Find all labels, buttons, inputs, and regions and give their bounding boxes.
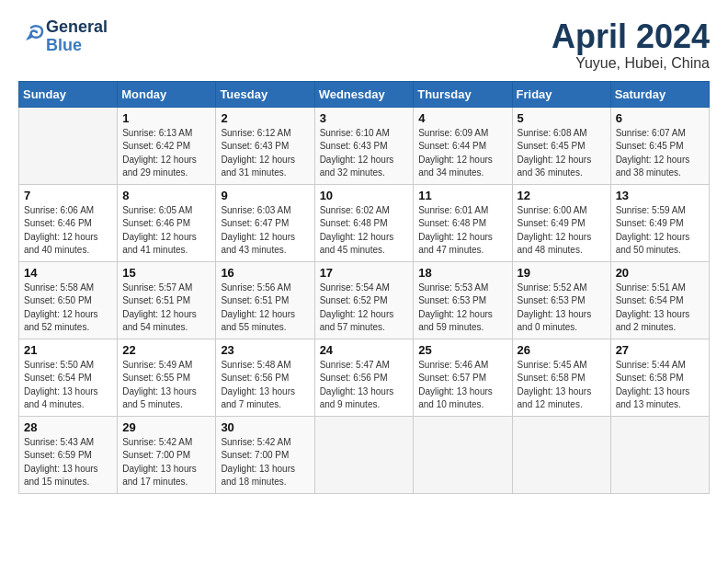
weekday-header-wednesday: Wednesday	[314, 81, 414, 107]
calendar-cell: 13Sunrise: 5:59 AM Sunset: 6:49 PM Dayli…	[610, 184, 709, 261]
calendar-week-row: 7Sunrise: 6:06 AM Sunset: 6:46 PM Daylig…	[19, 184, 710, 261]
calendar-cell: 22Sunrise: 5:49 AM Sunset: 6:55 PM Dayli…	[118, 339, 216, 416]
day-number: 9	[221, 189, 309, 202]
cell-content: Sunrise: 6:01 AM Sunset: 6:48 PM Dayligh…	[418, 204, 506, 258]
calendar-cell: 30Sunrise: 5:42 AM Sunset: 7:00 PM Dayli…	[216, 416, 314, 493]
calendar-cell: 26Sunrise: 5:45 AM Sunset: 6:58 PM Dayli…	[512, 339, 610, 416]
cell-content: Sunrise: 6:05 AM Sunset: 6:46 PM Dayligh…	[122, 204, 210, 258]
calendar-cell: 24Sunrise: 5:47 AM Sunset: 6:56 PM Dayli…	[314, 339, 414, 416]
day-number: 13	[616, 189, 704, 202]
weekday-header-monday: Monday	[118, 81, 216, 107]
day-number: 17	[320, 266, 409, 280]
calendar-cell: 4Sunrise: 6:09 AM Sunset: 6:44 PM Daylig…	[414, 107, 512, 184]
day-number: 19	[518, 266, 606, 280]
day-number: 22	[122, 343, 210, 357]
logo-line1: General	[46, 18, 108, 37]
calendar-cell: 5Sunrise: 6:08 AM Sunset: 6:45 PM Daylig…	[512, 107, 610, 184]
calendar-cell: 3Sunrise: 6:10 AM Sunset: 6:43 PM Daylig…	[314, 107, 414, 184]
day-number: 29	[122, 420, 210, 434]
calendar-cell: 29Sunrise: 5:42 AM Sunset: 7:00 PM Dayli…	[118, 416, 216, 493]
day-number: 23	[221, 343, 309, 357]
calendar-cell: 12Sunrise: 6:00 AM Sunset: 6:49 PM Dayli…	[512, 184, 610, 261]
day-number: 1	[122, 111, 210, 125]
calendar-cell: 27Sunrise: 5:44 AM Sunset: 6:58 PM Dayli…	[610, 339, 709, 416]
calendar-cell: 17Sunrise: 5:54 AM Sunset: 6:52 PM Dayli…	[314, 261, 414, 339]
cell-content: Sunrise: 6:00 AM Sunset: 6:49 PM Dayligh…	[518, 204, 606, 258]
cell-content: Sunrise: 6:09 AM Sunset: 6:44 PM Dayligh…	[418, 127, 506, 180]
cell-content: Sunrise: 6:12 AM Sunset: 6:43 PM Dayligh…	[221, 127, 309, 180]
page-header: General Blue April 2024 Yuyue, Hubei, Ch…	[18, 18, 710, 72]
weekday-header-row: SundayMondayTuesdayWednesdayThursdayFrid…	[19, 81, 710, 107]
month-year: April 2024	[552, 18, 710, 55]
day-number: 3	[320, 111, 409, 125]
calendar-cell: 15Sunrise: 5:57 AM Sunset: 6:51 PM Dayli…	[118, 261, 216, 339]
calendar-cell: 11Sunrise: 6:01 AM Sunset: 6:48 PM Dayli…	[414, 184, 512, 261]
cell-content: Sunrise: 6:10 AM Sunset: 6:43 PM Dayligh…	[320, 127, 409, 180]
calendar-cell: 8Sunrise: 6:05 AM Sunset: 6:46 PM Daylig…	[118, 184, 216, 261]
day-number: 14	[24, 266, 112, 280]
calendar-cell: 16Sunrise: 5:56 AM Sunset: 6:51 PM Dayli…	[216, 261, 314, 339]
cell-content: Sunrise: 5:50 AM Sunset: 6:54 PM Dayligh…	[24, 359, 112, 412]
calendar-cell	[610, 416, 709, 493]
cell-content: Sunrise: 6:02 AM Sunset: 6:48 PM Dayligh…	[320, 204, 409, 258]
calendar-cell: 9Sunrise: 6:03 AM Sunset: 6:47 PM Daylig…	[216, 184, 314, 261]
day-number: 28	[24, 420, 112, 434]
cell-content: Sunrise: 5:57 AM Sunset: 6:51 PM Dayligh…	[122, 282, 210, 335]
day-number: 2	[221, 111, 309, 125]
logo-line2: Blue	[46, 37, 108, 55]
cell-content: Sunrise: 5:49 AM Sunset: 6:55 PM Dayligh…	[122, 359, 210, 412]
calendar-cell: 1Sunrise: 6:13 AM Sunset: 6:42 PM Daylig…	[118, 107, 216, 184]
weekday-header-sunday: Sunday	[19, 81, 118, 107]
day-number: 16	[221, 266, 309, 280]
calendar-cell: 7Sunrise: 6:06 AM Sunset: 6:46 PM Daylig…	[19, 184, 118, 261]
day-number: 18	[418, 266, 506, 280]
cell-content: Sunrise: 5:58 AM Sunset: 6:50 PM Dayligh…	[24, 282, 112, 335]
day-number: 12	[518, 189, 606, 202]
day-number: 24	[320, 343, 409, 357]
cell-content: Sunrise: 6:08 AM Sunset: 6:45 PM Dayligh…	[518, 127, 606, 180]
calendar-cell: 23Sunrise: 5:48 AM Sunset: 6:56 PM Dayli…	[216, 339, 314, 416]
cell-content: Sunrise: 6:07 AM Sunset: 6:45 PM Dayligh…	[616, 127, 704, 180]
cell-content: Sunrise: 5:44 AM Sunset: 6:58 PM Dayligh…	[616, 359, 704, 412]
calendar-cell: 25Sunrise: 5:46 AM Sunset: 6:57 PM Dayli…	[414, 339, 512, 416]
day-number: 7	[24, 189, 112, 202]
day-number: 6	[616, 111, 704, 125]
calendar-cell: 6Sunrise: 6:07 AM Sunset: 6:45 PM Daylig…	[610, 107, 709, 184]
cell-content: Sunrise: 5:45 AM Sunset: 6:58 PM Dayligh…	[518, 359, 606, 412]
day-number: 5	[518, 111, 606, 125]
cell-content: Sunrise: 5:52 AM Sunset: 6:53 PM Dayligh…	[518, 282, 606, 335]
cell-content: Sunrise: 5:48 AM Sunset: 6:56 PM Dayligh…	[221, 359, 309, 412]
calendar-cell: 19Sunrise: 5:52 AM Sunset: 6:53 PM Dayli…	[512, 261, 610, 339]
cell-content: Sunrise: 5:46 AM Sunset: 6:57 PM Dayligh…	[418, 359, 506, 412]
calendar-cell	[314, 416, 414, 493]
cell-content: Sunrise: 5:51 AM Sunset: 6:54 PM Dayligh…	[616, 282, 704, 335]
calendar-week-row: 1Sunrise: 6:13 AM Sunset: 6:42 PM Daylig…	[19, 107, 710, 184]
day-number: 15	[122, 266, 210, 280]
cell-content: Sunrise: 5:56 AM Sunset: 6:51 PM Dayligh…	[221, 282, 309, 335]
location: Yuyue, Hubei, China	[552, 55, 710, 72]
weekday-header-tuesday: Tuesday	[216, 81, 314, 107]
calendar-cell: 2Sunrise: 6:12 AM Sunset: 6:43 PM Daylig…	[216, 107, 314, 184]
cell-content: Sunrise: 6:06 AM Sunset: 6:46 PM Dayligh…	[24, 204, 112, 258]
calendar-cell: 21Sunrise: 5:50 AM Sunset: 6:54 PM Dayli…	[19, 339, 118, 416]
cell-content: Sunrise: 5:54 AM Sunset: 6:52 PM Dayligh…	[320, 282, 409, 335]
calendar-cell: 28Sunrise: 5:43 AM Sunset: 6:59 PM Dayli…	[19, 416, 118, 493]
cell-content: Sunrise: 6:03 AM Sunset: 6:47 PM Dayligh…	[221, 204, 309, 258]
day-number: 4	[418, 111, 506, 125]
title-area: April 2024 Yuyue, Hubei, China	[552, 18, 710, 72]
calendar-cell	[19, 107, 118, 184]
day-number: 30	[221, 420, 309, 434]
cell-content: Sunrise: 5:42 AM Sunset: 7:00 PM Dayligh…	[221, 436, 309, 489]
day-number: 27	[616, 343, 704, 357]
weekday-header-thursday: Thursday	[414, 81, 512, 107]
calendar-cell: 20Sunrise: 5:51 AM Sunset: 6:54 PM Dayli…	[610, 261, 709, 339]
day-number: 11	[418, 189, 506, 202]
calendar-cell	[414, 416, 512, 493]
weekday-header-friday: Friday	[512, 81, 610, 107]
cell-content: Sunrise: 5:42 AM Sunset: 7:00 PM Dayligh…	[122, 436, 210, 489]
calendar-cell: 14Sunrise: 5:58 AM Sunset: 6:50 PM Dayli…	[19, 261, 118, 339]
cell-content: Sunrise: 6:13 AM Sunset: 6:42 PM Dayligh…	[122, 127, 210, 180]
cell-content: Sunrise: 5:59 AM Sunset: 6:49 PM Dayligh…	[616, 204, 704, 258]
calendar-week-row: 21Sunrise: 5:50 AM Sunset: 6:54 PM Dayli…	[19, 339, 710, 416]
day-number: 26	[518, 343, 606, 357]
